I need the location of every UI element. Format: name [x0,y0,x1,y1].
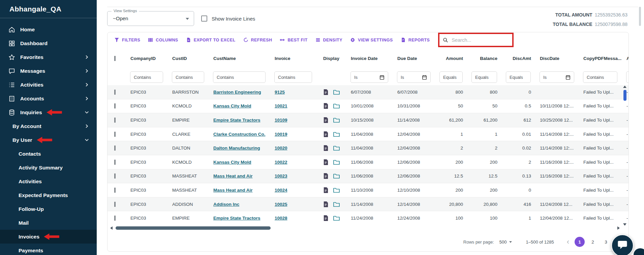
folder-icon[interactable] [333,117,340,123]
customer-link[interactable]: Mass Heat and Air [213,188,253,193]
sidebar-item-activity-summary[interactable]: Activity Summary [0,161,97,174]
sidebar-item-expected-payments[interactable]: Expected Payments [0,188,97,202]
row-checkbox[interactable] [114,173,116,179]
invoice-link[interactable]: 10025 [275,202,287,207]
pdf-document-icon[interactable] [323,103,329,109]
sidebar-item-favorites[interactable]: Favorites [0,50,97,64]
rows-per-page-select[interactable]: 500 [499,240,512,245]
calendar-icon[interactable] [422,75,427,80]
column-header-assigned[interactable]: Ass... [622,56,628,61]
row-checkbox[interactable] [114,132,116,137]
customer-link[interactable]: Clarke Construction Co. [213,132,266,137]
sidebar-item-payments[interactable]: Payments [0,244,97,255]
folder-icon[interactable] [333,103,340,109]
pdf-document-icon[interactable] [323,187,329,193]
prev-page-button[interactable]: ‹ [567,238,569,246]
filters-button[interactable]: FILTERS [114,37,140,42]
page-scrollbar-fragment[interactable] [639,7,641,26]
filter-input-copy_pdf[interactable]: Contains [583,71,617,83]
column-header-company[interactable]: CompanyID [126,56,167,61]
column-header-invoice[interactable]: Invoice [270,56,316,61]
column-header-due_date[interactable]: Due Date [393,56,435,61]
refresh-button[interactable]: REFRESH [243,37,272,42]
filter-input-due_date[interactable]: Is [397,71,431,83]
filter-input-cust_name[interactable]: Contains [213,71,266,83]
scroll-up-arrow[interactable] [623,86,626,88]
pdf-document-icon[interactable] [323,117,329,123]
folder-icon[interactable] [333,89,340,95]
calendar-icon[interactable] [379,75,385,80]
page-button-2[interactable]: 2 [588,237,598,247]
customer-link[interactable]: Empire State Tractors [213,118,260,123]
pdf-document-icon[interactable] [323,159,329,165]
row-checkbox[interactable] [114,103,116,108]
sidebar-item-inquiries[interactable]: Inquiries [0,105,97,119]
scroll-left-arrow[interactable] [110,226,113,230]
chevron-right-icon[interactable] [84,55,89,60]
invoice-link[interactable]: 10024 [275,188,287,193]
pdf-document-icon[interactable] [323,145,329,151]
column-header-disc_amt[interactable]: DiscAmt [501,56,535,61]
row-checkbox[interactable] [114,160,116,165]
column-header-cust_id[interactable]: CustID [167,56,209,61]
invoice-link[interactable]: 10020 [275,146,287,151]
folder-icon[interactable] [333,215,340,221]
best-fit-button[interactable]: BEST FIT [280,37,307,42]
row-checkbox[interactable] [114,146,116,151]
sidebar-item-by-account[interactable]: By Account [0,119,97,133]
invoice-link[interactable]: 10109 [275,118,287,123]
folder-icon[interactable] [333,159,340,165]
column-header-display[interactable]: Display [316,56,346,61]
sidebar-item-invoices[interactable]: Invoices [0,230,97,244]
row-checkbox[interactable] [114,188,116,193]
customer-link[interactable]: Empire State Tractors [213,216,260,221]
page-button-1[interactable]: 1 [575,237,585,247]
chevron-down-icon[interactable] [84,110,89,115]
filter-input-disc_amt[interactable]: Equals [506,71,531,83]
sidebar-item-dashboard[interactable]: Dashboard [0,36,97,50]
sidebar-item-activities[interactable]: Activities [0,174,97,188]
view-settings-select[interactable]: View Settings ~Open [107,11,194,26]
folder-icon[interactable] [333,201,340,207]
filter-input-cust_id[interactable]: Contains [172,71,204,83]
pdf-document-icon[interactable] [323,173,329,179]
pdf-document-icon[interactable] [323,215,329,221]
sidebar-item-follow-up[interactable]: Follow-Up [0,202,97,216]
folder-icon[interactable] [333,187,340,193]
column-header-copy_pdf[interactable]: CopyPDFMessa... [579,56,622,61]
pdf-document-icon[interactable] [323,201,329,208]
sidebar-item-accounts[interactable]: Accounts [0,92,97,105]
scroll-right-arrow[interactable] [617,226,620,230]
column-header-disc_date[interactable]: DiscDate [535,56,579,61]
row-checkbox[interactable] [114,202,116,207]
folder-icon[interactable] [333,131,340,137]
pdf-document-icon[interactable] [323,89,329,95]
row-checkbox[interactable] [114,90,116,95]
customer-link[interactable]: Dalton Manufacturing [213,146,260,151]
search-input[interactable] [451,37,508,43]
column-header-amount[interactable]: Amount [435,56,467,61]
invoice-link[interactable]: 10021 [275,103,287,108]
customer-link[interactable]: Kansas City Mold [213,160,251,165]
invoice-link[interactable]: 9125 [275,90,285,95]
horizontal-scroll-thumb[interactable] [116,226,271,230]
column-header-balance[interactable]: Balance [467,56,501,61]
row-checkbox[interactable] [114,118,116,123]
row-checkbox[interactable] [114,216,116,221]
column-header-invoice_date[interactable]: Invoice Date [346,56,393,61]
export-to-excel-button[interactable]: EXPORT TO EXCEL [186,37,236,42]
filter-input-assigned[interactable]: C [626,71,628,83]
columns-button[interactable]: COLUMNS [148,37,178,42]
page-button-3[interactable]: 3 [601,237,611,247]
invoice-link[interactable]: 10028 [275,216,287,221]
column-header-cust_name[interactable]: CustName [209,56,270,61]
sidebar-item-activities[interactable]: Activities [0,78,97,92]
invoice-link[interactable]: 10023 [275,173,287,179]
chevron-right-icon[interactable] [84,124,89,129]
pdf-document-icon[interactable] [323,131,329,137]
filter-input-invoice_date[interactable]: Is [350,71,388,83]
chat-widget-secondary-circle[interactable] [634,248,644,255]
filter-input-amount[interactable]: Equals [439,71,463,83]
customer-link[interactable]: Kansas City Mold [213,103,251,108]
customer-link[interactable]: Mass Heat and Air [213,173,253,179]
